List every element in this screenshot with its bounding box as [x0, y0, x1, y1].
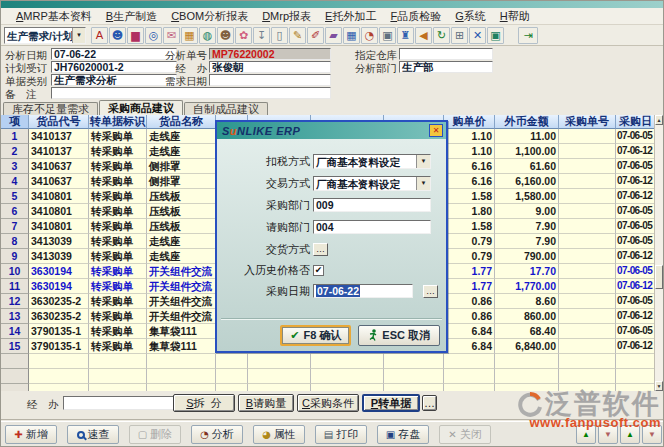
search-doc-icon[interactable]: ◎ — [145, 27, 162, 44]
pie-chart-icon[interactable]: ◔ — [361, 27, 378, 44]
speaker-icon[interactable]: ◀ — [415, 27, 432, 44]
dialog-titlebar[interactable]: SuNLIKE ERP ✕ — [217, 122, 446, 139]
column-header-po[interactable]: 采购单号 — [559, 115, 616, 129]
table-row-empty[interactable] — [1, 354, 656, 369]
org-chart-icon[interactable]: ♜ — [397, 27, 414, 44]
cell-amount: 860.00 — [495, 309, 559, 324]
remark-input[interactable] — [51, 87, 331, 99]
handler-input[interactable]: 张俊朝 — [209, 61, 331, 73]
scrollbar-thumb[interactable] — [655, 265, 663, 289]
demand-date-input[interactable] — [209, 74, 331, 86]
column-header-flag[interactable]: 转单据标识 — [89, 115, 147, 129]
save-button[interactable]: ▣存盘 — [377, 425, 429, 444]
column-header-name[interactable]: 货品名称 — [147, 115, 216, 129]
font-tool-icon[interactable]: A — [91, 27, 108, 44]
request-dept-input[interactable]: 004 — [313, 220, 431, 234]
trade-mode-row: 交易方式厂商基本资料设定▼ — [225, 174, 438, 192]
cell-price: 6.84 — [444, 339, 495, 354]
request-qty-button[interactable]: B请购量 — [238, 394, 294, 412]
menu-item-F[interactable]: F品质检验 — [383, 8, 448, 25]
nav-down-1-button[interactable]: ▼ — [598, 425, 618, 444]
exit-icon[interactable]: ⇥ — [518, 27, 538, 44]
cell-name — [147, 384, 216, 391]
scroll-down-icon[interactable]: ▼ — [655, 381, 663, 391]
new-button[interactable]: ✚新增 — [5, 425, 57, 444]
tab-3[interactable]: 自制成品建议 — [184, 102, 268, 115]
mail-icon[interactable]: ✉ — [163, 27, 180, 44]
chevron-down-icon[interactable]: ▼ — [416, 155, 430, 168]
target-warehouse-input[interactable] — [399, 48, 493, 60]
table-row-empty[interactable] — [1, 369, 656, 384]
dialog-close-icon[interactable]: ✕ — [429, 124, 443, 137]
menu-item-B[interactable]: B生产制造 — [99, 8, 164, 25]
chart-icon[interactable]: ▆ — [127, 27, 144, 44]
use-history-price-checkbox[interactable]: ✔ — [313, 265, 324, 276]
cascade-icon[interactable]: ▣ — [487, 27, 504, 44]
table-row-empty[interactable] — [1, 384, 656, 391]
column-header-idx[interactable]: 项 — [1, 115, 29, 129]
transfer-doc-button[interactable]: P转单据 — [362, 394, 420, 412]
analysis-dept-input[interactable]: 生产部 — [399, 61, 493, 73]
worker-icon[interactable]: ☻ — [217, 27, 234, 44]
expand-icon[interactable]: ⊞ — [451, 27, 468, 44]
cell-amount: 1,100.00 — [495, 144, 559, 159]
pin-icon[interactable]: ↧ — [253, 27, 270, 44]
nav-down-2-button[interactable]: ▼ — [642, 425, 662, 444]
refresh-icon[interactable]: ↻ — [433, 27, 450, 44]
purchase-date-input[interactable]: 07-06-22 — [313, 284, 413, 298]
more-options-button[interactable]: … — [422, 395, 437, 411]
purchase-terms-button[interactable]: C采购条件 — [297, 394, 359, 412]
table-vertical-scrollbar[interactable]: ▲ ▼ — [654, 115, 663, 391]
purchase-dept-input[interactable]: 009 — [313, 198, 431, 212]
pen-icon[interactable]: ✐ — [307, 27, 324, 44]
eraser-icon[interactable]: ▰ — [325, 27, 342, 44]
footer-handler-input[interactable] — [63, 396, 175, 410]
nav-up-2-button[interactable]: ▲ — [620, 425, 640, 444]
menu-item-G[interactable]: G系统 — [448, 8, 493, 25]
tab-1[interactable]: 库存不足量需求 — [3, 102, 98, 115]
menu-item-D[interactable]: DMrp报表 — [255, 8, 318, 25]
tab-2[interactable]: 采购商品建议 — [99, 100, 183, 115]
users-icon[interactable]: ☻ — [109, 27, 126, 44]
grid-icon[interactable]: ▦ — [343, 27, 360, 44]
column-header-code[interactable]: 货品代号 — [29, 115, 89, 129]
cell-price: 1.10 — [444, 144, 495, 159]
chevron-down-icon[interactable]: ▼ — [416, 177, 430, 190]
delivery-mode-browse-button[interactable]: … — [313, 243, 328, 256]
cell-date — [616, 384, 656, 391]
analysis-no-input[interactable]: MP76220002 — [209, 48, 331, 60]
print-button[interactable]: ▤打印 — [315, 425, 367, 444]
column-header-date[interactable]: 采购日 — [616, 115, 656, 129]
trade-mode-select[interactable]: 厂商基本资料设定▼ — [313, 176, 431, 191]
cell-date: 07-06-05 — [616, 219, 656, 234]
cancel-button[interactable]: ESC 取消 — [358, 325, 440, 346]
nav-up-1-button[interactable]: ▲ — [576, 425, 596, 444]
menu-item-E[interactable]: E托外加工 — [318, 8, 383, 25]
properties-button[interactable]: ◕属性 — [253, 425, 305, 444]
purchase-date-browse-button[interactable]: … — [423, 285, 438, 298]
tax-mode-select[interactable]: 厂商基本资料设定▼ — [313, 154, 431, 169]
target-warehouse-label: 指定仓库 — [345, 49, 397, 61]
cell-date: 07-06-05 — [616, 204, 656, 219]
package-icon[interactable]: ▦ — [181, 27, 198, 44]
cell-price: 1.58 — [444, 189, 495, 204]
row-index-cell: 2 — [1, 144, 29, 159]
document-icon[interactable]: ▯ — [271, 27, 288, 44]
window-icon[interactable]: ▣ — [379, 27, 396, 44]
menu-item-A[interactable]: AMRP基本资料 — [9, 8, 99, 25]
module-selector[interactable]: 生产需求/计划分析 ▼ — [4, 27, 86, 44]
analyze-button[interactable]: ◔分析 — [191, 425, 243, 444]
flower-icon[interactable]: ✿ — [235, 27, 252, 44]
quick-search-button[interactable]: 速查 — [67, 425, 119, 444]
close-window-icon[interactable]: ✕ — [469, 27, 486, 44]
menu-item-C[interactable]: CBOM分析报表 — [164, 8, 255, 25]
confirm-button[interactable]: ✔ F8 确认 — [280, 325, 351, 346]
column-header-amount[interactable]: 外币金额 — [495, 115, 559, 129]
scroll-up-icon[interactable]: ▲ — [655, 115, 663, 125]
chevron-down-icon[interactable]: ▼ — [72, 28, 85, 43]
menu-item-H[interactable]: H帮助 — [493, 8, 537, 25]
split-button[interactable]: S拆 分 — [173, 394, 235, 412]
pencil-icon[interactable]: ✎ — [289, 27, 306, 44]
column-header-price[interactable]: 购单价 — [444, 115, 495, 129]
globe-icon[interactable]: ◍ — [199, 27, 216, 44]
